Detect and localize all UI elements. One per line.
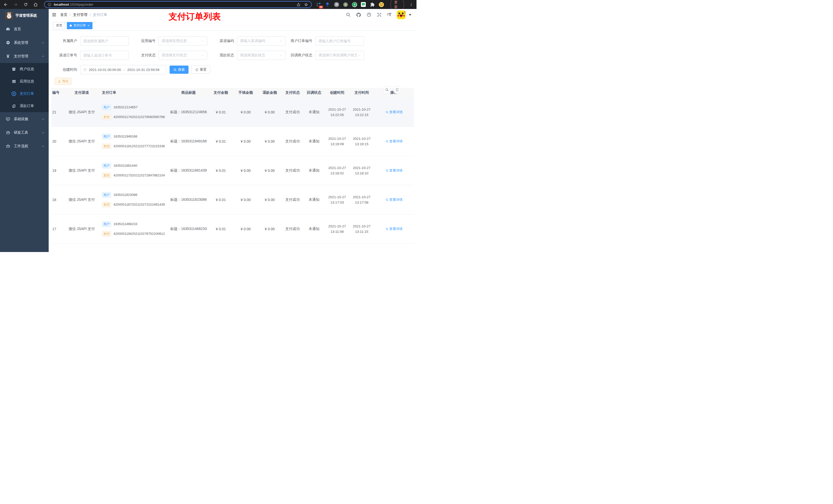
order-table: 编号 支付渠道 支付订单 商品标题 支付金额 手续金额 退款金额 支付状态 回调… bbox=[51, 88, 414, 252]
view-detail-link[interactable]: 查看详情 bbox=[385, 197, 403, 202]
yen-icon: ¥ bbox=[5, 53, 10, 59]
extension-grid-icon[interactable]: 10 bbox=[316, 2, 322, 7]
extension-dot-icon[interactable] bbox=[343, 2, 348, 7]
channel-order-no-input[interactable] bbox=[83, 53, 126, 57]
sidebar-item-home[interactable]: 首页 bbox=[0, 22, 49, 36]
update-button[interactable]: 更新 bbox=[390, 0, 404, 10]
chrome-menu-icon[interactable]: ⋮ bbox=[409, 3, 413, 7]
tab-close-icon[interactable]: × bbox=[88, 24, 90, 27]
clock-icon bbox=[83, 68, 87, 71]
sidebar-item-pay[interactable]: ¥ 支付管理 bbox=[0, 49, 49, 63]
fullscreen-icon[interactable] bbox=[377, 12, 382, 17]
sidebar-item-merchant-info[interactable]: 商户信息 bbox=[0, 63, 49, 75]
channel-code-select[interactable]: 请输入渠道编码 bbox=[237, 37, 286, 46]
yen-circle-icon: ¥ bbox=[11, 91, 16, 96]
dashboard-icon bbox=[5, 27, 10, 31]
date-range-input[interactable]: 2021-10-01 00:00:00 - 2021-10-31 23:59:5… bbox=[80, 65, 166, 74]
extensions-puzzle-icon[interactable] bbox=[370, 2, 375, 7]
toggle-search-icon[interactable] bbox=[383, 86, 391, 94]
extension-kite-icon[interactable] bbox=[325, 2, 330, 7]
pay-badge: 支付 bbox=[102, 173, 111, 178]
sidebar-item-infra[interactable]: 基础设施 bbox=[0, 112, 49, 126]
filter-create-time: 创建时间 2021-10-01 00:00:00 - 2021-10-31 23… bbox=[52, 65, 166, 74]
pay-submenu: 商户信息 应用信息 ¥ 支付订单 退款订单 bbox=[0, 63, 49, 112]
reset-button[interactable]: 重置 bbox=[191, 66, 210, 74]
help-icon[interactable] bbox=[366, 12, 372, 17]
forward-icon[interactable] bbox=[13, 2, 19, 8]
sidebar-item-app-info[interactable]: 应用信息 bbox=[0, 75, 49, 88]
search-button[interactable]: 搜索 bbox=[170, 66, 189, 74]
extension-y-icon[interactable]: Y bbox=[352, 2, 357, 7]
monitor-icon bbox=[5, 117, 10, 121]
view-detail-link[interactable]: 查看详情 bbox=[385, 226, 403, 231]
tab-pay-order[interactable]: 支付订单 × bbox=[67, 22, 93, 29]
filter-notify-status: 回调商户状态 请选择订单回调商户状态 bbox=[287, 51, 364, 60]
sidebar-fold-icon[interactable] bbox=[52, 12, 56, 17]
export-button[interactable]: 导出 bbox=[54, 78, 71, 85]
view-detail-link[interactable]: 查看详情 bbox=[385, 110, 403, 115]
github-icon[interactable] bbox=[356, 12, 361, 18]
select-caret-icon bbox=[280, 54, 283, 57]
filter-refund-status: 退款状态 请选择退款状态 bbox=[209, 51, 286, 60]
extension-chat-icon[interactable] bbox=[361, 2, 366, 7]
breadcrumb-pay[interactable]: 支付管理 bbox=[67, 13, 87, 17]
url-bar[interactable]: localhost:1024/pay/order bbox=[44, 1, 312, 8]
merchant-badge: 商户 bbox=[102, 134, 111, 139]
pay-badge: 支付 bbox=[102, 114, 111, 120]
filter-pay-status: 支付状态 请选择支付状态 bbox=[130, 51, 207, 60]
refresh-icon[interactable] bbox=[393, 86, 401, 94]
extension-command-icon[interactable]: ⌘ bbox=[334, 2, 339, 7]
app-logo[interactable]: 芋道管理系统 bbox=[0, 9, 49, 22]
extension-bar: 10 ⌘ Y 更新 ⋮ bbox=[316, 0, 414, 10]
breadcrumb-home[interactable]: 首页 bbox=[60, 13, 67, 17]
avatar[interactable] bbox=[397, 10, 405, 19]
site-info-icon[interactable] bbox=[48, 3, 51, 6]
tag-bar: 首页 支付订单 × bbox=[49, 21, 416, 31]
browser-chrome: localhost:1024/pay/order 10 ⌘ Y bbox=[0, 0, 416, 9]
select-caret-icon bbox=[358, 54, 361, 57]
table-row: 18 微信 JSAPI 支付 商户1635311823086 支付4200001… bbox=[51, 185, 414, 214]
sidebar-item-system[interactable]: 系统管理 bbox=[0, 36, 49, 49]
filter-merchant: 所属商户 bbox=[52, 37, 129, 46]
profile-emoji-icon[interactable] bbox=[379, 2, 384, 7]
view-detail-link[interactable]: 查看详情 bbox=[385, 139, 403, 144]
app-id-select[interactable]: 请选择应用信息 bbox=[159, 37, 207, 46]
sidebar: 芋道管理系统 首页 系统管理 ¥ 支付管理 bbox=[0, 9, 49, 252]
table-row-partial: 商户1635311351736 bbox=[51, 243, 414, 252]
table-row: 21 微信 JSAPI 支付 商户1635312124657 支付4200001… bbox=[51, 98, 414, 127]
logo-rabbit-icon bbox=[5, 12, 13, 20]
pay-badge: 支付 bbox=[102, 202, 111, 208]
sidebar-item-workflow[interactable]: 工作流程 bbox=[0, 139, 49, 153]
chevron-down-icon bbox=[42, 118, 45, 121]
pay-status-select[interactable]: 请选择支付状态 bbox=[159, 51, 207, 60]
table-header: 编号 支付渠道 支付订单 商品标题 支付金额 手续金额 退款金额 支付状态 回调… bbox=[51, 88, 414, 98]
grid-table-icon bbox=[11, 79, 16, 84]
chevron-down-icon bbox=[42, 145, 45, 148]
tab-home[interactable]: 首页 bbox=[53, 22, 65, 29]
chevron-up-icon bbox=[42, 55, 45, 58]
shop-icon bbox=[11, 67, 16, 71]
search-icon[interactable] bbox=[346, 12, 351, 17]
filter-channel-code: 渠道编码 请输入渠道编码 bbox=[209, 37, 286, 46]
merchant-badge: 商户 bbox=[102, 192, 111, 198]
font-size-icon[interactable]: TT bbox=[387, 13, 391, 17]
extension-badge: 10 bbox=[319, 6, 323, 8]
merchant-input[interactable] bbox=[83, 39, 126, 43]
refund-status-select[interactable]: 请选择退款状态 bbox=[237, 51, 286, 60]
avatar-caret-icon[interactable] bbox=[409, 14, 411, 16]
sidebar-item-pay-order[interactable]: ¥ 支付订单 bbox=[0, 88, 49, 100]
notify-status-select[interactable]: 请选择订单回调商户状态 bbox=[315, 51, 364, 60]
back-icon[interactable] bbox=[3, 2, 9, 8]
bookmark-star-icon[interactable] bbox=[304, 3, 308, 7]
content: 所属商户 应用编号 请选择应用信息 渠道编码 请输入渠道编码 bbox=[49, 31, 416, 252]
reload-icon[interactable] bbox=[23, 2, 29, 8]
home-icon[interactable] bbox=[32, 2, 39, 8]
url-path: :1024/pay/order bbox=[69, 3, 93, 6]
sidebar-item-refund-order[interactable]: 退款订单 bbox=[0, 100, 49, 112]
main-header: 首页 支付管理 支付订单 支付订单列表 bbox=[49, 9, 416, 21]
view-detail-link[interactable]: 查看详情 bbox=[385, 168, 403, 173]
merchant-order-no-input[interactable] bbox=[318, 39, 361, 43]
sidebar-item-devtools[interactable]: 研发工具 bbox=[0, 126, 49, 139]
share-icon[interactable] bbox=[296, 3, 301, 7]
table-row: 19 微信 JSAPI 支付 商户1635311881440 支付4200001… bbox=[51, 156, 414, 185]
